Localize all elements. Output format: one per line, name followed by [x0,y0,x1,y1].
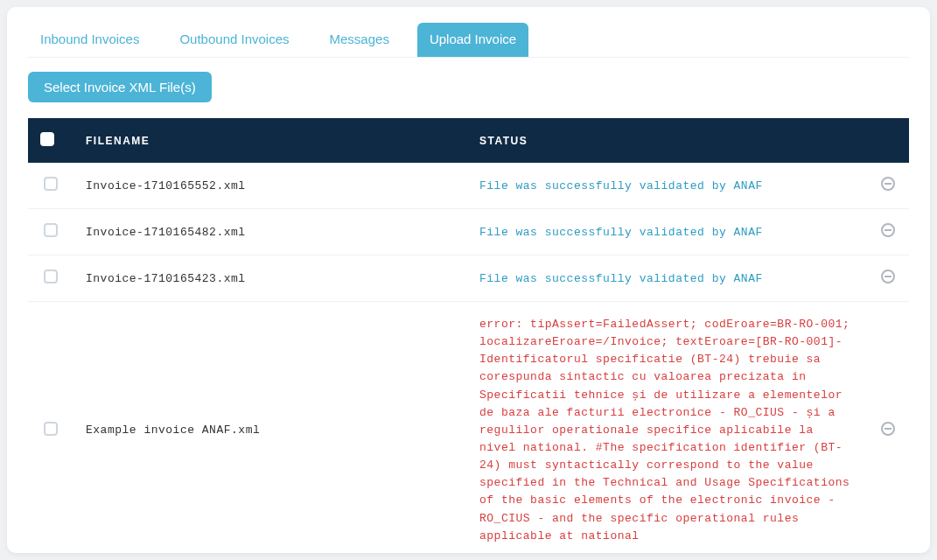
remove-row-icon[interactable] [881,422,895,436]
row-checkbox[interactable] [44,177,58,191]
remove-row-icon[interactable] [881,223,895,237]
cell-filename: Invoice-1710165552.xml [73,163,467,209]
cell-status: File was successfully validated by ANAF [467,163,867,209]
header-select-all[interactable] [28,118,73,163]
table-row: Invoice-1710165482.xml File was successf… [28,209,909,256]
tab-upload-invoice[interactable]: Upload Invoice [417,23,528,57]
cell-status: File was successfully validated by ANAF [467,256,867,302]
tab-outbound-invoices[interactable]: Outbound Invoices [167,23,301,57]
cell-filename: Example invoice ANAF.xml [73,302,467,559]
table-row: Invoice-1710165423.xml File was successf… [28,256,909,302]
remove-row-icon[interactable] [881,270,895,284]
remove-row-icon[interactable] [881,177,895,191]
cell-status: error: tipAssert=FailedAssert; codEroare… [467,302,867,559]
header-filename: FILENAME [73,118,467,163]
header-status: STATUS [467,118,867,163]
header-actions [867,118,909,163]
select-invoice-files-button[interactable]: Select Invoice XML File(s) [28,72,212,102]
tab-bar: Inbound Invoices Outbound Invoices Messa… [28,23,909,58]
row-checkbox[interactable] [44,223,58,237]
cell-filename: Invoice-1710165423.xml [73,256,467,302]
tab-messages[interactable]: Messages [318,23,402,57]
table-row: Invoice-1710165552.xml File was successf… [28,163,909,209]
table-row: Example invoice ANAF.xml error: tipAsser… [28,302,909,559]
checkbox-icon [40,132,54,146]
tab-inbound-invoices[interactable]: Inbound Invoices [28,23,151,57]
upload-invoice-panel: Inbound Invoices Outbound Invoices Messa… [7,7,930,553]
row-checkbox[interactable] [44,270,58,284]
upload-files-table: FILENAME STATUS Invoice-1710165552.xml F… [28,118,909,559]
cell-status: File was successfully validated by ANAF [467,209,867,256]
row-checkbox[interactable] [44,422,58,436]
cell-filename: Invoice-1710165482.xml [73,209,467,256]
